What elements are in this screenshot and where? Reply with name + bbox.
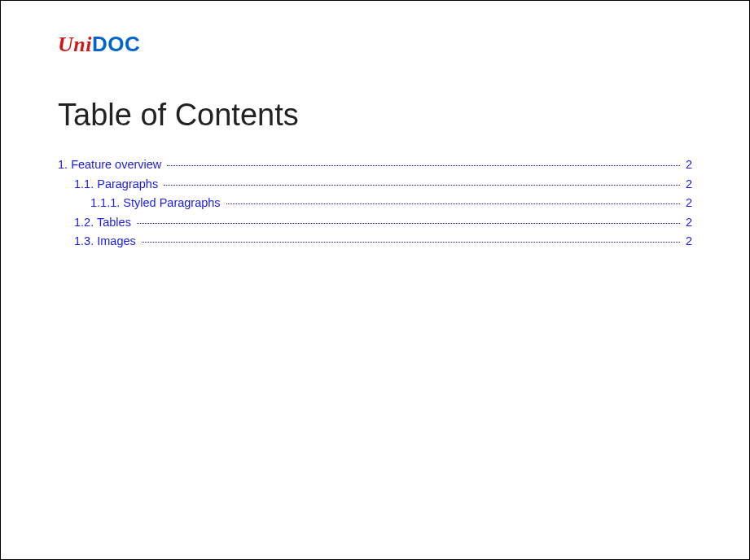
logo-part-doc: DOC — [92, 32, 140, 56]
toc-entry[interactable]: 1.3. Images 2 — [58, 234, 692, 250]
toc-leader-dots — [164, 185, 680, 186]
toc-entry-text: Paragraphs — [97, 177, 158, 190]
toc-entry-page: 2 — [682, 177, 692, 193]
toc-entry-page: 2 — [682, 215, 692, 231]
toc-entry[interactable]: 1.1. Paragraphs 2 — [58, 177, 692, 193]
toc-entry-number: 1.1. — [74, 177, 94, 190]
toc-entry[interactable]: 1. Feature overview 2 — [58, 157, 692, 173]
toc-leader-dots — [226, 203, 680, 204]
logo: UniDOC — [58, 32, 692, 57]
toc-entry-page: 2 — [682, 195, 692, 212]
toc-entry-number: 1.1.1. — [90, 196, 120, 209]
toc-leader-dots — [167, 165, 680, 166]
toc-entry-label: 1.1.1. Styled Paragraphs — [90, 195, 224, 212]
toc-entry-number: 1. — [58, 158, 68, 171]
document-page: UniDOC Table of Contents 1. Feature over… — [0, 0, 750, 560]
page-title: Table of Contents — [58, 98, 692, 133]
toc-entry-label: 1.2. Tables — [74, 215, 134, 231]
toc-entry-text: Styled Paragraphs — [123, 196, 220, 209]
toc-entry-page: 2 — [682, 234, 692, 250]
toc-entry-label: 1.1. Paragraphs — [74, 177, 161, 193]
toc-entry-number: 1.3. — [74, 234, 94, 247]
toc-entry-label: 1.3. Images — [74, 234, 139, 250]
toc-leader-dots — [137, 223, 680, 224]
toc-entry-text: Tables — [97, 216, 131, 229]
toc-entry[interactable]: 1.1.1. Styled Paragraphs 2 — [58, 195, 692, 212]
logo-part-uni: Uni — [58, 33, 92, 56]
toc-entry-text: Feature overview — [71, 158, 161, 171]
toc-entry-text: Images — [97, 234, 136, 247]
table-of-contents: 1. Feature overview 2 1.1. Paragraphs 2 … — [58, 157, 692, 250]
toc-entry[interactable]: 1.2. Tables 2 — [58, 215, 692, 231]
toc-leader-dots — [142, 242, 680, 243]
toc-entry-number: 1.2. — [74, 216, 94, 229]
toc-entry-label: 1. Feature overview — [58, 157, 164, 173]
toc-entry-page: 2 — [682, 157, 692, 173]
